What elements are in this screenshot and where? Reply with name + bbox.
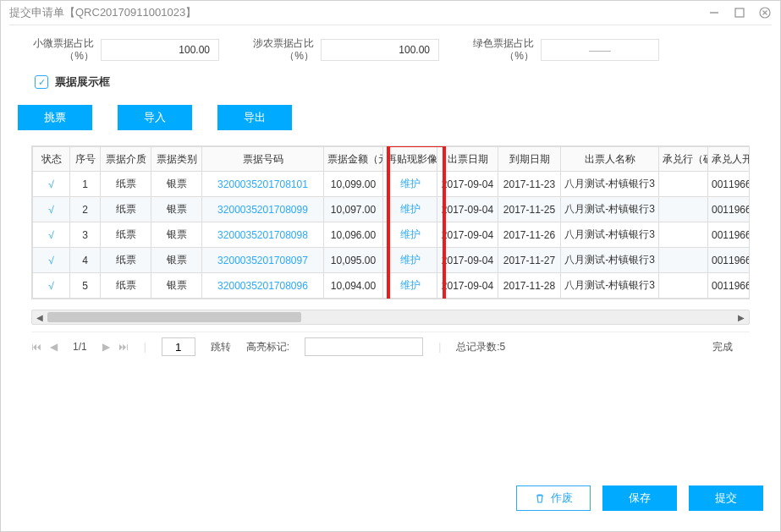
cell-number[interactable]: 3200035201708098 [202,222,324,248]
ratio-small: 小微票据占比（%） [25,37,219,63]
cell-drawer: 八月测试-村镇银行3 [561,172,659,197]
cell-accbank [659,248,708,273]
discard-button[interactable]: 作废 [516,485,591,511]
ratio-agri-input[interactable] [321,39,439,61]
cell-number[interactable]: 3200035201708099 [202,197,324,222]
ratio-green: 绿色票据占比（%） —— [465,37,659,63]
cell-amount: 10,094.00 [324,273,383,299]
cell-image-link[interactable]: 维护 [383,222,437,248]
horizontal-scrollbar[interactable]: ◀ ▶ [31,310,750,325]
col-type[interactable]: 票据类别 [151,147,202,172]
cell-media: 纸票 [101,172,151,197]
cell-status: √ [33,222,70,248]
pager-last-icon[interactable]: ⏭ [118,341,129,353]
ratio-small-input[interactable] [101,39,219,61]
pager-divider2: | [438,341,441,353]
col-accbank[interactable]: 承兑行（确认）名称 [659,147,708,172]
cell-due: 2017-11-25 [498,197,561,222]
table-row[interactable]: √2纸票银票320003520170809910,097.00维护2017-09… [33,197,751,222]
table-row[interactable]: √4纸票银票320003520170809710,095.00维护2017-09… [33,248,751,273]
cell-media: 纸票 [101,222,151,248]
col-image[interactable]: 再贴现影像 [383,147,437,172]
cell-status: √ [33,248,70,273]
cell-image-link[interactable]: 维护 [383,172,437,197]
table-row[interactable]: √1纸票银票320003520170810110,099.00维护2017-09… [33,172,751,197]
cell-type: 银票 [151,222,202,248]
pager-jump-label[interactable]: 跳转 [211,340,231,354]
cell-drawer: 八月测试-村镇银行3 [561,197,659,222]
cell-accbank [659,197,708,222]
pagination-bar: ⏮ ◀ 1/1 ▶ ⏭ | 跳转 高亮标记: | 总记录数:5 完成 [31,332,750,356]
col-status[interactable]: 状态 [33,147,70,172]
col-amount[interactable]: 票据金额（元） [324,147,383,172]
section-title: 票据展示框 [55,74,110,90]
col-drawer[interactable]: 出票人名称 [561,147,659,172]
cell-due: 2017-11-28 [498,273,561,299]
cell-amount: 10,095.00 [324,248,383,273]
cell-status: √ [33,197,70,222]
titlebar-controls [707,6,772,19]
cell-number[interactable]: 3200035201708096 [202,273,324,299]
pick-button[interactable]: 挑票 [18,105,92,130]
ratio-green-input[interactable]: —— [541,39,659,61]
import-button[interactable]: 导入 [118,105,192,130]
titlebar: 提交申请单【QRC20170911001023】 [1,1,780,25]
cell-type: 银票 [151,197,202,222]
cell-image-link[interactable]: 维护 [383,273,437,299]
close-icon[interactable] [758,6,772,19]
minimize-icon[interactable] [707,6,721,19]
cell-type: 银票 [151,248,202,273]
cell-number[interactable]: 3200035201708101 [202,172,324,197]
cell-issue: 2017-09-04 [437,273,498,299]
cell-issue: 2017-09-04 [437,222,498,248]
cell-accbank [659,222,708,248]
table-row[interactable]: √5纸票银票320003520170809610,094.00维护2017-09… [33,273,751,299]
pager-highlight-input[interactable] [305,337,423,356]
ratio-row: 小微票据占比（%） 涉农票据占比（%） 绿色票据占比（%） —— [1,25,780,71]
export-button[interactable]: 导出 [217,105,292,130]
pager-next-icon[interactable]: ▶ [102,341,110,353]
ratio-agri: 涉农票据占比（%） [245,37,439,63]
col-media[interactable]: 票据介质 [101,147,151,172]
cell-amount: 10,097.00 [324,197,383,222]
footer-actions: 作废 保存 提交 [1,474,780,531]
cell-accnum: 001196615005 [708,172,751,197]
svg-rect-1 [735,8,744,17]
maximize-icon[interactable] [733,6,746,19]
col-due[interactable]: 到期日期 [498,147,561,172]
cell-number[interactable]: 3200035201708097 [202,248,324,273]
pager-nav2: ▶ ⏭ [102,341,129,353]
app-window: 提交申请单【QRC20170911001023】 小微票据占比（%） 涉农票据占… [0,0,781,532]
scroll-thumb[interactable] [47,312,301,322]
cell-seq: 3 [70,222,101,248]
cell-media: 纸票 [101,248,151,273]
cell-image-link[interactable]: 维护 [383,248,437,273]
col-seq[interactable]: 序号 [70,147,101,172]
cell-image-link[interactable]: 维护 [383,197,437,222]
ratio-green-label: 绿色票据占比（%） [465,37,534,63]
pager-nav: ⏮ ◀ [31,341,58,353]
table-row[interactable]: √3纸票银票320003520170809810,096.00维护2017-09… [33,222,751,248]
pager-first-icon[interactable]: ⏮ [31,341,41,353]
cell-accbank [659,172,708,197]
pager-prev-icon[interactable]: ◀ [50,341,58,353]
cell-issue: 2017-09-04 [437,172,498,197]
pager-divider: | [144,341,146,353]
pager-page-input[interactable] [162,337,195,356]
toolbar: 挑票 导入 导出 [1,96,780,145]
cell-seq: 5 [70,273,101,299]
scroll-right-icon[interactable]: ▶ [734,310,749,324]
submit-button[interactable]: 提交 [689,485,763,511]
cell-status: √ [33,172,70,197]
col-accnum[interactable]: 承兑人开户行行号 [708,147,751,172]
discard-label: 作废 [551,491,573,506]
cell-due: 2017-11-26 [498,222,561,248]
col-number[interactable]: 票据号码 [202,147,324,172]
col-issue[interactable]: 出票日期 [437,147,498,172]
section-checkbox[interactable]: ✓ [35,75,48,89]
save-button[interactable]: 保存 [602,485,677,511]
scroll-left-icon[interactable]: ◀ [32,310,47,324]
window-title: 提交申请单【QRC20170911001023】 [9,5,196,20]
table-header-row: 状态 序号 票据介质 票据类别 票据号码 票据金额（元） 再贴现影像 出票日期 … [33,147,751,172]
cell-accnum: 001196615005 [708,197,751,222]
